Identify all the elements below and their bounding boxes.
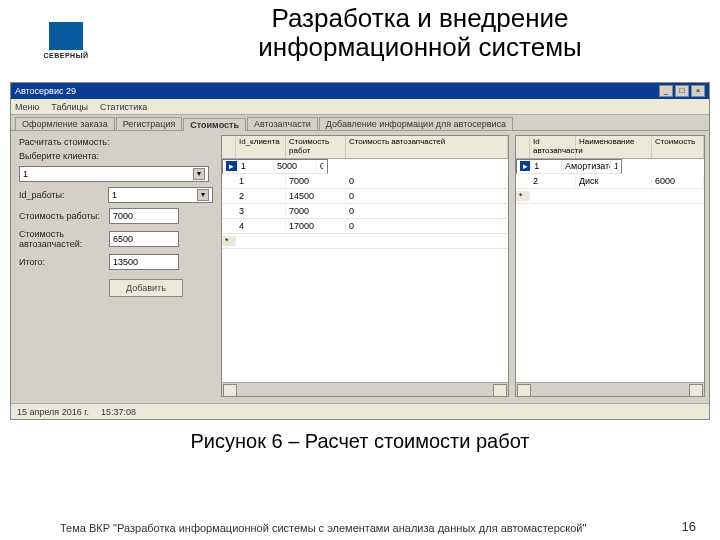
grid-parts-rows: ▸1Амортизатор1400 2Диск6000 * [516, 159, 704, 382]
minimize-button[interactable]: _ [659, 85, 673, 97]
work-value: 1 [112, 190, 117, 200]
slide-title-line1: Разработка и внедрение [271, 3, 568, 33]
table-row[interactable]: 170000 [222, 174, 508, 189]
menu-item[interactable]: Меню [15, 102, 39, 112]
col-part-cost: Стоимость [652, 136, 704, 158]
menu-item[interactable]: Статистика [100, 102, 147, 112]
grid-parts: Id автозапчасти Наименование Стоимость ▸… [515, 135, 705, 397]
col-id: Id_клиента [236, 136, 286, 158]
table-row[interactable]: 4170000 [222, 219, 508, 234]
chevron-down-icon: ▾ [197, 189, 209, 201]
parts-cost-input[interactable] [109, 231, 179, 247]
chevron-down-icon: ▾ [193, 168, 205, 180]
slide-footer: Тема ВКР "Разработка информационной сист… [60, 522, 586, 534]
tab-parts[interactable]: Автозапчасти [247, 117, 318, 130]
tab-cost[interactable]: Стоимость [183, 118, 246, 131]
status-time: 15:37:08 [101, 407, 136, 417]
logo-cube [49, 22, 83, 50]
add-button[interactable]: Добавить [109, 279, 183, 297]
col-part-id: Id автозапчасти [530, 136, 576, 158]
menubar: Меню Таблицы Статистика [11, 99, 709, 115]
col-parts-cost: Стоимость автозапчастей [346, 136, 508, 158]
titlebar: Автосервис 29 _ □ × [11, 83, 709, 99]
table-row[interactable]: ▸150000 [222, 159, 328, 174]
slide-title: Разработка и внедрение информационной си… [120, 4, 720, 61]
client-value: 1 [23, 169, 28, 179]
logo-text: СЕВЕРНЫЙ [36, 52, 96, 59]
col-part-name: Наименование [576, 136, 652, 158]
table-row[interactable]: ▸1Амортизатор1400 [516, 159, 622, 174]
scrollbar-h[interactable] [516, 382, 704, 396]
table-row[interactable]: 2145000 [222, 189, 508, 204]
work-select[interactable]: 1 ▾ [108, 187, 213, 203]
tab-registration[interactable]: Регистрация [116, 117, 183, 130]
close-button[interactable]: × [691, 85, 705, 97]
client-label: Выберите клиента: [19, 151, 109, 161]
menu-item[interactable]: Таблицы [51, 102, 88, 112]
col-work-cost: Стоимость работ [286, 136, 346, 158]
table-row-new[interactable]: * [516, 189, 704, 204]
status-date: 15 апреля 2016 г. [17, 407, 89, 417]
tabstrip: Оформление заказа Регистрация Стоимость … [11, 115, 709, 131]
grid-works-header: Id_клиента Стоимость работ Стоимость авт… [222, 136, 508, 159]
cost-label: Стоимость работы: [19, 211, 109, 221]
table-row[interactable]: 370000 [222, 204, 508, 219]
grid-parts-header: Id автозапчасти Наименование Стоимость [516, 136, 704, 159]
tab-order[interactable]: Оформление заказа [15, 117, 115, 130]
parts-cost-label: Стоимость автозапчастей: [19, 229, 109, 249]
maximize-button[interactable]: □ [675, 85, 689, 97]
page-number: 16 [682, 519, 696, 534]
grid-works: Id_клиента Стоимость работ Стоимость авт… [221, 135, 509, 397]
client-select[interactable]: 1 ▾ [19, 166, 209, 182]
workarea: Расчитать стоимость: Выберите клиента: 1… [11, 131, 709, 401]
table-row-new[interactable]: * [222, 234, 508, 249]
grids: Id_клиента Стоимость работ Стоимость авт… [221, 131, 709, 401]
scrollbar-h[interactable] [222, 382, 508, 396]
slide-title-line2: информационной системы [258, 32, 582, 62]
figure-caption: Рисунок 6 – Расчет стоимости работ [0, 430, 720, 453]
total-label: Итого: [19, 257, 109, 267]
form-panel: Расчитать стоимость: Выберите клиента: 1… [11, 131, 221, 401]
statusbar: 15 апреля 2016 г. 15:37:08 [11, 403, 709, 419]
total-input[interactable] [109, 254, 179, 270]
cost-input[interactable] [109, 208, 179, 224]
grid-works-rows: ▸150000 170000 2145000 370000 4170000 * [222, 159, 508, 382]
group-title: Расчитать стоимость: [19, 137, 213, 147]
table-row[interactable]: 2Диск6000 [516, 174, 704, 189]
logo: СЕВЕРНЫЙ [36, 22, 96, 70]
app-window: Автосервис 29 _ □ × Меню Таблицы Статист… [10, 82, 710, 420]
window-title: Автосервис 29 [15, 86, 76, 96]
work-label: Id_работы: [19, 190, 108, 200]
tab-add-info[interactable]: Добавление информации для автосервиса [319, 117, 513, 130]
